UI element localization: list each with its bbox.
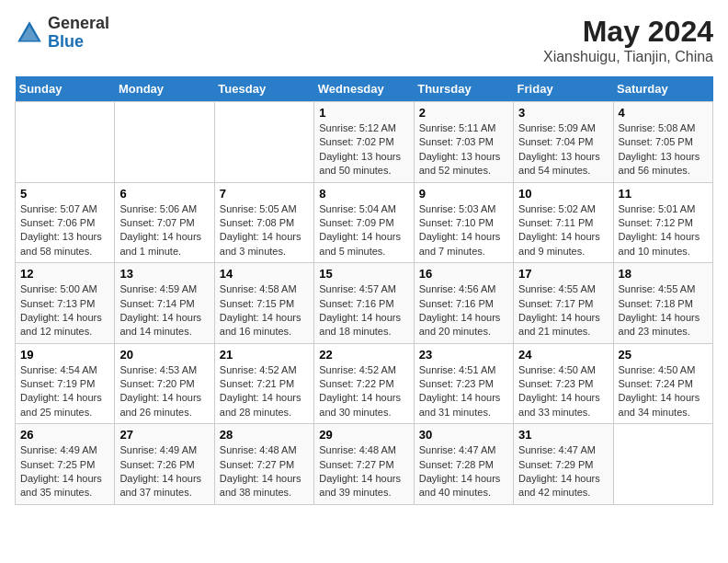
calendar-cell: 12Sunrise: 5:00 AMSunset: 7:13 PMDayligh…: [16, 263, 115, 344]
day-number: 30: [419, 428, 508, 442]
day-info: Sunrise: 5:09 AMSunset: 7:04 PMDaylight:…: [518, 121, 608, 178]
day-number: 20: [119, 348, 209, 362]
day-info: Sunrise: 4:50 AMSunset: 7:24 PMDaylight:…: [619, 363, 708, 420]
day-info: Sunrise: 5:08 AMSunset: 7:05 PMDaylight:…: [619, 121, 708, 178]
calendar-table: SundayMondayTuesdayWednesdayThursdayFrid…: [15, 76, 713, 505]
weekday-header-tuesday: Tuesday: [214, 76, 313, 102]
weekday-header-row: SundayMondayTuesdayWednesdayThursdayFrid…: [16, 76, 713, 102]
day-info: Sunrise: 4:48 AMSunset: 7:27 PMDaylight:…: [319, 443, 408, 500]
day-info: Sunrise: 4:57 AMSunset: 7:16 PMDaylight:…: [319, 282, 408, 339]
weekday-header-thursday: Thursday: [414, 76, 513, 102]
calendar-cell: 9Sunrise: 5:03 AMSunset: 7:10 PMDaylight…: [414, 182, 513, 263]
logo-blue: Blue: [48, 33, 109, 52]
day-info: Sunrise: 5:03 AMSunset: 7:10 PMDaylight:…: [419, 202, 508, 259]
calendar-cell: 11Sunrise: 5:01 AMSunset: 7:12 PMDayligh…: [613, 182, 712, 263]
day-info: Sunrise: 4:47 AMSunset: 7:29 PMDaylight:…: [518, 443, 608, 500]
day-info: Sunrise: 4:53 AMSunset: 7:20 PMDaylight:…: [119, 363, 209, 420]
logo-general: General: [48, 15, 109, 33]
calendar-cell: 6Sunrise: 5:06 AMSunset: 7:07 PMDaylight…: [115, 182, 214, 263]
day-info: Sunrise: 4:48 AMSunset: 7:27 PMDaylight:…: [220, 443, 309, 500]
weekday-header-monday: Monday: [115, 76, 214, 102]
calendar-cell: 22Sunrise: 4:52 AMSunset: 7:22 PMDayligh…: [314, 343, 414, 424]
day-info: Sunrise: 5:06 AMSunset: 7:07 PMDaylight:…: [119, 202, 209, 259]
calendar-cell: 28Sunrise: 4:48 AMSunset: 7:27 PMDayligh…: [214, 424, 313, 505]
calendar-cell: 2Sunrise: 5:11 AMSunset: 7:03 PMDaylight…: [414, 102, 513, 183]
day-number: 6: [119, 187, 209, 201]
day-number: 11: [619, 187, 708, 201]
day-info: Sunrise: 5:11 AMSunset: 7:03 PMDaylight:…: [419, 121, 508, 178]
day-number: 2: [419, 106, 508, 120]
week-row-1: 1Sunrise: 5:12 AMSunset: 7:02 PMDaylight…: [16, 102, 713, 183]
calendar-cell: 27Sunrise: 4:49 AMSunset: 7:26 PMDayligh…: [115, 424, 214, 505]
day-number: 17: [518, 267, 608, 281]
day-number: 9: [419, 187, 508, 201]
day-number: 4: [619, 106, 708, 120]
week-row-4: 19Sunrise: 4:54 AMSunset: 7:19 PMDayligh…: [16, 343, 713, 424]
day-number: 1: [319, 106, 408, 120]
day-number: 25: [619, 348, 708, 362]
weekday-header-friday: Friday: [514, 76, 613, 102]
calendar-cell: 26Sunrise: 4:49 AMSunset: 7:25 PMDayligh…: [16, 424, 115, 505]
calendar-cell: 29Sunrise: 4:48 AMSunset: 7:27 PMDayligh…: [314, 424, 414, 505]
calendar-cell: 17Sunrise: 4:55 AMSunset: 7:17 PMDayligh…: [514, 263, 613, 344]
logo: General Blue: [15, 15, 109, 52]
day-info: Sunrise: 4:58 AMSunset: 7:15 PMDaylight:…: [220, 282, 309, 339]
calendar-cell: 5Sunrise: 5:07 AMSunset: 7:06 PMDaylight…: [16, 182, 115, 263]
day-number: 22: [319, 348, 408, 362]
calendar-cell: 14Sunrise: 4:58 AMSunset: 7:15 PMDayligh…: [214, 263, 313, 344]
day-number: 15: [319, 267, 408, 281]
calendar-cell: [115, 102, 214, 183]
calendar-cell: 13Sunrise: 4:59 AMSunset: 7:14 PMDayligh…: [115, 263, 214, 344]
day-info: Sunrise: 4:55 AMSunset: 7:18 PMDaylight:…: [619, 282, 708, 339]
day-info: Sunrise: 4:54 AMSunset: 7:19 PMDaylight:…: [20, 363, 109, 420]
week-row-2: 5Sunrise: 5:07 AMSunset: 7:06 PMDaylight…: [16, 182, 713, 263]
calendar-cell: 31Sunrise: 4:47 AMSunset: 7:29 PMDayligh…: [514, 424, 613, 505]
calendar-cell: 1Sunrise: 5:12 AMSunset: 7:02 PMDaylight…: [314, 102, 414, 183]
day-number: 8: [319, 187, 408, 201]
calendar-cell: 19Sunrise: 4:54 AMSunset: 7:19 PMDayligh…: [16, 343, 115, 424]
day-number: 18: [619, 267, 708, 281]
page-header: General Blue May 2024 Xianshuigu, Tianji…: [15, 15, 713, 65]
day-info: Sunrise: 4:52 AMSunset: 7:22 PMDaylight:…: [319, 363, 408, 420]
day-info: Sunrise: 5:01 AMSunset: 7:12 PMDaylight:…: [619, 202, 708, 259]
calendar-cell: 30Sunrise: 4:47 AMSunset: 7:28 PMDayligh…: [414, 424, 513, 505]
calendar-cell: 16Sunrise: 4:56 AMSunset: 7:16 PMDayligh…: [414, 263, 513, 344]
day-number: 19: [20, 348, 109, 362]
day-number: 29: [319, 428, 408, 442]
week-row-5: 26Sunrise: 4:49 AMSunset: 7:25 PMDayligh…: [16, 424, 713, 505]
day-info: Sunrise: 4:49 AMSunset: 7:26 PMDaylight:…: [119, 443, 209, 500]
day-info: Sunrise: 5:07 AMSunset: 7:06 PMDaylight:…: [20, 202, 109, 259]
day-info: Sunrise: 4:52 AMSunset: 7:21 PMDaylight:…: [220, 363, 309, 420]
day-number: 23: [419, 348, 508, 362]
day-info: Sunrise: 4:55 AMSunset: 7:17 PMDaylight:…: [518, 282, 608, 339]
day-info: Sunrise: 4:47 AMSunset: 7:28 PMDaylight:…: [419, 443, 508, 500]
calendar-cell: 20Sunrise: 4:53 AMSunset: 7:20 PMDayligh…: [115, 343, 214, 424]
day-number: 21: [220, 348, 309, 362]
calendar-cell: 8Sunrise: 5:04 AMSunset: 7:09 PMDaylight…: [314, 182, 414, 263]
calendar-cell: 3Sunrise: 5:09 AMSunset: 7:04 PMDaylight…: [514, 102, 613, 183]
day-info: Sunrise: 5:00 AMSunset: 7:13 PMDaylight:…: [20, 282, 109, 339]
day-number: 26: [20, 428, 109, 442]
day-number: 12: [20, 267, 109, 281]
day-number: 13: [119, 267, 209, 281]
day-number: 7: [220, 187, 309, 201]
day-info: Sunrise: 4:49 AMSunset: 7:25 PMDaylight:…: [20, 443, 109, 500]
day-info: Sunrise: 4:56 AMSunset: 7:16 PMDaylight:…: [419, 282, 508, 339]
calendar-cell: 10Sunrise: 5:02 AMSunset: 7:11 PMDayligh…: [514, 182, 613, 263]
page-title: May 2024: [543, 15, 713, 49]
calendar-cell: [214, 102, 313, 183]
day-number: 14: [220, 267, 309, 281]
day-number: 16: [419, 267, 508, 281]
day-info: Sunrise: 5:02 AMSunset: 7:11 PMDaylight:…: [518, 202, 608, 259]
day-number: 5: [20, 187, 109, 201]
day-info: Sunrise: 4:59 AMSunset: 7:14 PMDaylight:…: [119, 282, 209, 339]
weekday-header-sunday: Sunday: [16, 76, 115, 102]
logo-text: General Blue: [48, 15, 109, 52]
calendar-cell: 21Sunrise: 4:52 AMSunset: 7:21 PMDayligh…: [214, 343, 313, 424]
day-info: Sunrise: 4:51 AMSunset: 7:23 PMDaylight:…: [419, 363, 508, 420]
calendar-cell: 7Sunrise: 5:05 AMSunset: 7:08 PMDaylight…: [214, 182, 313, 263]
day-info: Sunrise: 5:12 AMSunset: 7:02 PMDaylight:…: [319, 121, 408, 178]
calendar-cell: 15Sunrise: 4:57 AMSunset: 7:16 PMDayligh…: [314, 263, 414, 344]
page-subtitle: Xianshuigu, Tianjin, China: [543, 49, 713, 65]
day-number: 10: [518, 187, 608, 201]
